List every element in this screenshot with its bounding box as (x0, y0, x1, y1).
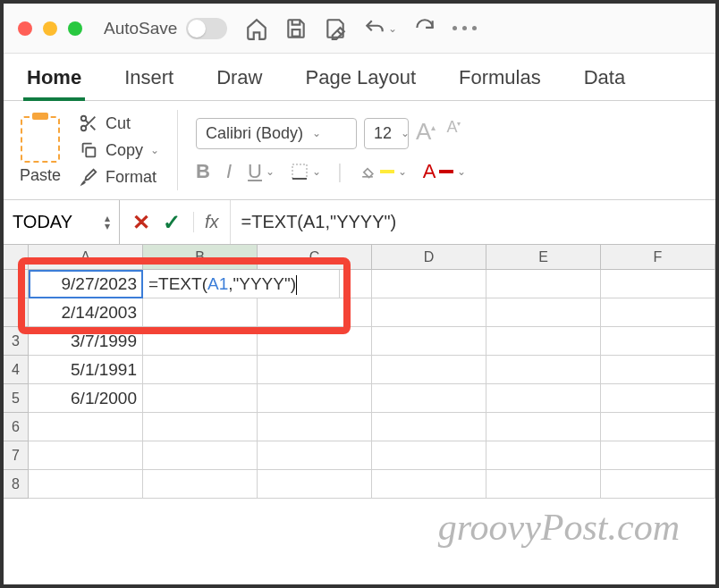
cell[interactable] (29, 441, 143, 470)
row-header[interactable] (4, 270, 29, 298)
cell[interactable] (143, 327, 258, 356)
font-name-select[interactable]: Calibri (Body)⌄ (196, 118, 357, 149)
cell[interactable] (29, 413, 143, 441)
tab-draw[interactable]: Draw (213, 61, 266, 100)
cell-a5[interactable]: 6/1/2000 (29, 384, 143, 413)
cell[interactable] (258, 441, 372, 470)
row-header[interactable]: 6 (4, 413, 29, 441)
cell[interactable] (372, 356, 486, 384)
row-header[interactable]: 5 (4, 384, 29, 413)
cut-button[interactable]: Cut (79, 113, 159, 133)
cell[interactable] (372, 327, 486, 356)
cell[interactable] (486, 470, 601, 499)
tab-data[interactable]: Data (580, 61, 629, 100)
cell[interactable] (143, 470, 258, 499)
fx-label[interactable]: fx (193, 212, 230, 232)
select-all-corner[interactable] (4, 245, 29, 269)
cell[interactable] (601, 384, 715, 413)
formula-input[interactable]: =TEXT(A1,"YYYY") (230, 200, 715, 244)
cell[interactable] (601, 356, 715, 384)
close-window-button[interactable] (18, 21, 32, 36)
row-header[interactable]: 8 (4, 470, 29, 499)
cell[interactable] (143, 384, 258, 413)
cell[interactable] (143, 298, 258, 327)
cell[interactable] (340, 270, 372, 298)
font-color-button[interactable]: A⌄ (423, 160, 467, 183)
row-header[interactable]: 7 (4, 441, 29, 470)
border-button[interactable]: ⌄ (291, 163, 321, 181)
cell[interactable] (486, 270, 601, 298)
name-box[interactable]: TODAY ▴▾ (4, 200, 120, 244)
cell[interactable] (486, 298, 601, 327)
paste-button[interactable]: Paste (20, 116, 61, 185)
col-header-a[interactable]: A (29, 245, 143, 269)
underline-button[interactable]: U⌄ (248, 160, 275, 183)
autosave-control[interactable]: AutoSave (104, 18, 227, 39)
accept-formula-button[interactable]: ✓ (163, 210, 181, 235)
save-edit-icon[interactable] (324, 17, 347, 40)
more-icon[interactable] (453, 26, 477, 30)
cell[interactable] (258, 298, 372, 327)
cell[interactable] (601, 470, 715, 499)
cell[interactable] (143, 441, 258, 470)
cell-a2[interactable]: 2/14/2003 (29, 298, 143, 327)
cell[interactable] (372, 384, 486, 413)
row-header[interactable]: 3 (4, 327, 29, 356)
row-header[interactable] (4, 298, 29, 327)
cell[interactable] (372, 270, 486, 298)
cell[interactable] (486, 413, 601, 441)
bold-button[interactable]: B (196, 160, 210, 183)
cell[interactable] (372, 441, 486, 470)
row-header[interactable]: 4 (4, 356, 29, 384)
cell[interactable] (601, 327, 715, 356)
save-icon[interactable] (284, 17, 308, 40)
cell[interactable] (258, 413, 372, 441)
cell[interactable] (486, 384, 601, 413)
italic-button[interactable]: I (226, 160, 232, 183)
cell[interactable] (601, 298, 715, 327)
cell-a3[interactable]: 3/7/1999 (29, 327, 143, 356)
tab-insert[interactable]: Insert (121, 61, 177, 100)
col-header-f[interactable]: F (601, 245, 715, 269)
cell[interactable] (372, 470, 486, 499)
increase-font-icon[interactable]: A▴ (416, 118, 436, 146)
col-header-e[interactable]: E (486, 245, 601, 269)
decrease-font-icon[interactable]: A▾ (446, 118, 461, 137)
cell[interactable] (29, 470, 143, 499)
format-painter-button[interactable]: Format (79, 167, 159, 187)
cell[interactable] (486, 356, 601, 384)
cell[interactable] (143, 356, 258, 384)
cell[interactable] (601, 270, 715, 298)
svg-rect-0 (292, 29, 300, 37)
tab-formulas[interactable]: Formulas (455, 61, 545, 100)
undo-button[interactable]: ⌄ (363, 17, 397, 40)
minimize-window-button[interactable] (43, 21, 57, 36)
autosave-toggle[interactable] (186, 18, 227, 39)
cell[interactable] (258, 356, 372, 384)
cancel-formula-button[interactable]: ✕ (132, 210, 150, 235)
redo-icon[interactable] (413, 17, 436, 40)
cell[interactable] (143, 413, 258, 441)
cell[interactable] (258, 327, 372, 356)
home-icon[interactable] (245, 17, 268, 40)
maximize-window-button[interactable] (68, 21, 82, 36)
tab-page-layout[interactable]: Page Layout (302, 61, 420, 100)
copy-button[interactable]: Copy ⌄ (79, 140, 159, 160)
cell[interactable] (601, 441, 715, 470)
cell[interactable] (258, 384, 372, 413)
cell-a1[interactable]: 9/27/2023 (29, 270, 143, 298)
cell-a4[interactable]: 5/1/1991 (29, 356, 143, 384)
col-header-b[interactable]: B (143, 245, 258, 269)
cell[interactable] (372, 298, 486, 327)
cell[interactable] (372, 413, 486, 441)
col-header-c[interactable]: C (258, 245, 372, 269)
cell-b1-editing[interactable]: =TEXT(A1,"YYYY") (143, 270, 340, 298)
tab-home[interactable]: Home (23, 61, 85, 100)
cell[interactable] (486, 327, 601, 356)
cell[interactable] (258, 470, 372, 499)
font-size-select[interactable]: 12⌄ (364, 118, 409, 149)
col-header-d[interactable]: D (372, 245, 486, 269)
cell[interactable] (601, 413, 715, 441)
fill-color-button[interactable]: ⌄ (359, 163, 407, 181)
cell[interactable] (486, 441, 601, 470)
